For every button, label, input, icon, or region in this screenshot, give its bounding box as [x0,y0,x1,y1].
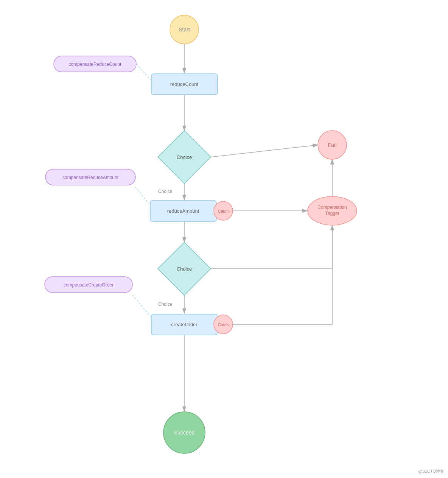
choice1-label: Choice [177,154,192,160]
arrow-choice2-to-comptrigger [211,225,332,269]
reducecount-label: reduceCount [170,81,199,87]
comptrigger-label-line2: Trigger [325,211,339,216]
compensatereducecount-label: compensateReduceCount [69,62,121,67]
comptrigger-label-line1: Compensation [317,205,347,210]
createorder-label: createOrder [171,322,198,327]
watermark: @51CTO博客 [418,469,444,474]
catch1-label: Catch [218,209,229,213]
catch2-label: Catch [218,322,229,327]
start-label: Start [179,26,190,33]
diagram-container: Start reduceCount Choice Choice Fail red… [0,0,448,478]
arrow-catch2-line [233,225,332,324]
flow-diagram: Start reduceCount Choice Choice Fail red… [0,0,448,478]
succeed-label: Succeed [174,430,194,436]
compensatereduceamount-label: compensateReduceAmount [62,175,119,180]
choice2-label: Choice [177,266,192,272]
reduceamount-label: reduceAmount [167,208,199,214]
dashed-compensatereducecount [136,64,152,81]
dashed-compensatereduceamount [135,187,151,206]
arrow-choice1-to-fail [211,145,318,157]
fail-label: Fail [328,142,337,148]
compensatecreateorder-label: compensateCreateOrder [64,282,114,288]
dashed-compensatecreateorder [132,295,152,318]
choice1-below-label: Choice [158,189,173,194]
choice2-below-label: Choice [158,302,173,307]
